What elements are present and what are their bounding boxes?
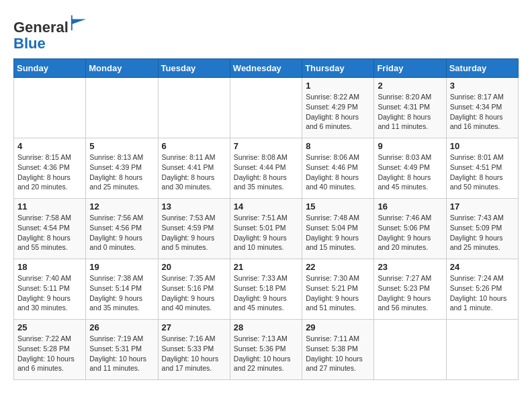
- day-info: Sunrise: 8:13 AM Sunset: 4:39 PM Dayligh…: [89, 152, 154, 192]
- calendar-cell: [158, 78, 230, 138]
- day-info: Sunrise: 7:58 AM Sunset: 4:54 PM Dayligh…: [17, 213, 82, 253]
- calendar-cell: 23Sunrise: 7:27 AM Sunset: 5:23 PM Dayli…: [374, 259, 446, 320]
- day-info: Sunrise: 7:53 AM Sunset: 4:59 PM Dayligh…: [162, 213, 226, 253]
- day-number: 19: [89, 262, 154, 272]
- calendar-cell: [446, 320, 518, 380]
- svg-marker-0: [71, 15, 86, 30]
- calendar-cell: 29Sunrise: 7:11 AM Sunset: 5:38 PM Dayli…: [302, 320, 374, 380]
- calendar-table: SundayMondayTuesdayWednesdayThursdayFrid…: [13, 58, 519, 380]
- calendar-week-row: 4Sunrise: 8:15 AM Sunset: 4:36 PM Daylig…: [14, 138, 519, 199]
- day-number: 8: [306, 141, 370, 151]
- day-number: 9: [378, 141, 442, 151]
- day-number: 26: [89, 322, 154, 332]
- calendar-cell: 19Sunrise: 7:38 AM Sunset: 5:14 PM Dayli…: [86, 259, 158, 320]
- day-number: 29: [306, 322, 370, 332]
- calendar-cell: 6Sunrise: 8:11 AM Sunset: 4:41 PM Daylig…: [158, 138, 230, 199]
- calendar-cell: 1Sunrise: 8:22 AM Sunset: 4:29 PM Daylig…: [302, 78, 374, 138]
- calendar-cell: 9Sunrise: 8:03 AM Sunset: 4:49 PM Daylig…: [374, 138, 446, 199]
- calendar-cell: 20Sunrise: 7:35 AM Sunset: 5:16 PM Dayli…: [158, 259, 230, 320]
- day-number: 18: [17, 262, 82, 272]
- day-info: Sunrise: 7:22 AM Sunset: 5:28 PM Dayligh…: [17, 334, 82, 373]
- calendar-cell: 26Sunrise: 7:19 AM Sunset: 5:31 PM Dayli…: [86, 320, 158, 380]
- logo-general-text: General: [13, 19, 69, 36]
- calendar-week-row: 11Sunrise: 7:58 AM Sunset: 4:54 PM Dayli…: [14, 199, 519, 259]
- calendar-cell: 25Sunrise: 7:22 AM Sunset: 5:28 PM Dayli…: [14, 320, 86, 380]
- day-number: 24: [450, 262, 515, 272]
- calendar-cell: 22Sunrise: 7:30 AM Sunset: 5:21 PM Dayli…: [302, 259, 374, 320]
- calendar-cell: 28Sunrise: 7:13 AM Sunset: 5:36 PM Dayli…: [230, 320, 302, 380]
- day-info: Sunrise: 7:40 AM Sunset: 5:11 PM Dayligh…: [17, 273, 82, 313]
- calendar-cell: 11Sunrise: 7:58 AM Sunset: 4:54 PM Dayli…: [14, 199, 86, 259]
- calendar-cell: 2Sunrise: 8:20 AM Sunset: 4:31 PM Daylig…: [374, 78, 446, 138]
- day-info: Sunrise: 8:20 AM Sunset: 4:31 PM Dayligh…: [378, 92, 442, 132]
- day-number: 11: [17, 201, 82, 212]
- day-info: Sunrise: 7:51 AM Sunset: 5:01 PM Dayligh…: [234, 213, 298, 253]
- day-number: 20: [162, 262, 226, 272]
- day-info: Sunrise: 7:13 AM Sunset: 5:36 PM Dayligh…: [234, 334, 298, 373]
- day-info: Sunrise: 7:43 AM Sunset: 5:09 PM Dayligh…: [450, 213, 515, 253]
- day-info: Sunrise: 7:38 AM Sunset: 5:14 PM Dayligh…: [89, 273, 154, 313]
- calendar-cell: 15Sunrise: 7:48 AM Sunset: 5:04 PM Dayli…: [302, 199, 374, 259]
- weekday-header-monday: Monday: [86, 59, 158, 78]
- day-info: Sunrise: 7:11 AM Sunset: 5:38 PM Dayligh…: [306, 334, 370, 373]
- weekday-header-saturday: Saturday: [446, 59, 518, 78]
- day-info: Sunrise: 7:56 AM Sunset: 4:56 PM Dayligh…: [89, 213, 154, 253]
- calendar-cell: 10Sunrise: 8:01 AM Sunset: 4:51 PM Dayli…: [446, 138, 518, 199]
- weekday-header-tuesday: Tuesday: [158, 59, 230, 78]
- day-number: 12: [89, 201, 154, 212]
- calendar-week-row: 25Sunrise: 7:22 AM Sunset: 5:28 PM Dayli…: [14, 320, 519, 380]
- day-number: 10: [450, 141, 515, 151]
- day-number: 1: [306, 81, 370, 91]
- day-number: 28: [234, 322, 298, 332]
- day-info: Sunrise: 8:15 AM Sunset: 4:36 PM Dayligh…: [17, 152, 82, 192]
- day-info: Sunrise: 8:22 AM Sunset: 4:29 PM Dayligh…: [306, 92, 370, 132]
- day-info: Sunrise: 8:17 AM Sunset: 4:34 PM Dayligh…: [450, 92, 515, 132]
- calendar-cell: 18Sunrise: 7:40 AM Sunset: 5:11 PM Dayli…: [14, 259, 86, 320]
- page-header: General Blue: [13, 13, 519, 52]
- weekday-header-friday: Friday: [374, 59, 446, 78]
- day-info: Sunrise: 8:06 AM Sunset: 4:46 PM Dayligh…: [306, 152, 370, 192]
- calendar-week-row: 1Sunrise: 8:22 AM Sunset: 4:29 PM Daylig…: [14, 78, 519, 138]
- calendar-cell: 5Sunrise: 8:13 AM Sunset: 4:39 PM Daylig…: [86, 138, 158, 199]
- day-number: 5: [89, 141, 154, 151]
- calendar-cell: 24Sunrise: 7:24 AM Sunset: 5:26 PM Dayli…: [446, 259, 518, 320]
- day-info: Sunrise: 7:46 AM Sunset: 5:06 PM Dayligh…: [378, 213, 442, 253]
- calendar-cell: 7Sunrise: 8:08 AM Sunset: 4:44 PM Daylig…: [230, 138, 302, 199]
- weekday-header-wednesday: Wednesday: [230, 59, 302, 78]
- calendar-cell: 16Sunrise: 7:46 AM Sunset: 5:06 PM Dayli…: [374, 199, 446, 259]
- day-info: Sunrise: 7:35 AM Sunset: 5:16 PM Dayligh…: [162, 273, 226, 313]
- calendar-cell: 4Sunrise: 8:15 AM Sunset: 4:36 PM Daylig…: [14, 138, 86, 199]
- calendar-cell: 27Sunrise: 7:16 AM Sunset: 5:33 PM Dayli…: [158, 320, 230, 380]
- day-info: Sunrise: 8:08 AM Sunset: 4:44 PM Dayligh…: [234, 152, 298, 192]
- calendar-header-row: SundayMondayTuesdayWednesdayThursdayFrid…: [14, 59, 519, 78]
- day-number: 4: [17, 141, 82, 151]
- calendar-cell: 21Sunrise: 7:33 AM Sunset: 5:18 PM Dayli…: [230, 259, 302, 320]
- calendar-cell: 3Sunrise: 8:17 AM Sunset: 4:34 PM Daylig…: [446, 78, 518, 138]
- calendar-cell: [86, 78, 158, 138]
- calendar-cell: 13Sunrise: 7:53 AM Sunset: 4:59 PM Dayli…: [158, 199, 230, 259]
- calendar-cell: 8Sunrise: 8:06 AM Sunset: 4:46 PM Daylig…: [302, 138, 374, 199]
- day-number: 15: [306, 201, 370, 212]
- day-number: 17: [450, 201, 515, 212]
- calendar-cell: 12Sunrise: 7:56 AM Sunset: 4:56 PM Dayli…: [86, 199, 158, 259]
- day-number: 25: [17, 322, 82, 332]
- day-number: 27: [162, 322, 226, 332]
- day-info: Sunrise: 8:01 AM Sunset: 4:51 PM Dayligh…: [450, 152, 515, 192]
- day-number: 23: [378, 262, 442, 272]
- calendar-cell: 14Sunrise: 7:51 AM Sunset: 5:01 PM Dayli…: [230, 199, 302, 259]
- day-number: 13: [162, 201, 226, 212]
- calendar-cell: 17Sunrise: 7:43 AM Sunset: 5:09 PM Dayli…: [446, 199, 518, 259]
- calendar-cell: [230, 78, 302, 138]
- day-number: 2: [378, 81, 442, 91]
- logo: General Blue: [13, 13, 89, 52]
- day-info: Sunrise: 8:03 AM Sunset: 4:49 PM Dayligh…: [378, 152, 442, 192]
- day-info: Sunrise: 8:11 AM Sunset: 4:41 PM Dayligh…: [162, 152, 226, 192]
- logo-blue-text: Blue: [13, 35, 46, 52]
- day-info: Sunrise: 7:30 AM Sunset: 5:21 PM Dayligh…: [306, 273, 370, 313]
- day-info: Sunrise: 7:19 AM Sunset: 5:31 PM Dayligh…: [89, 334, 154, 373]
- day-info: Sunrise: 7:27 AM Sunset: 5:23 PM Dayligh…: [378, 273, 442, 313]
- weekday-header-sunday: Sunday: [14, 59, 86, 78]
- day-number: 21: [234, 262, 298, 272]
- weekday-header-thursday: Thursday: [302, 59, 374, 78]
- calendar-cell: [14, 78, 86, 138]
